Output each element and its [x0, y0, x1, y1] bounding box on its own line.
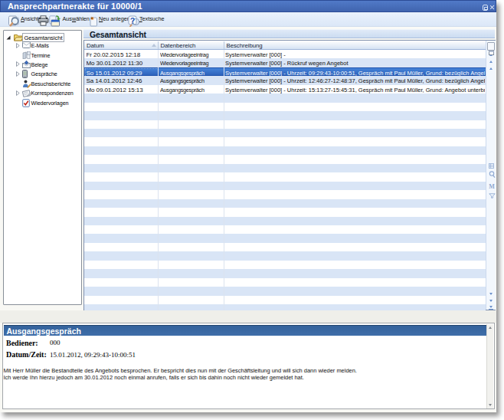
svg-text:?: ?	[130, 15, 135, 25]
svg-text:M: M	[489, 184, 495, 189]
